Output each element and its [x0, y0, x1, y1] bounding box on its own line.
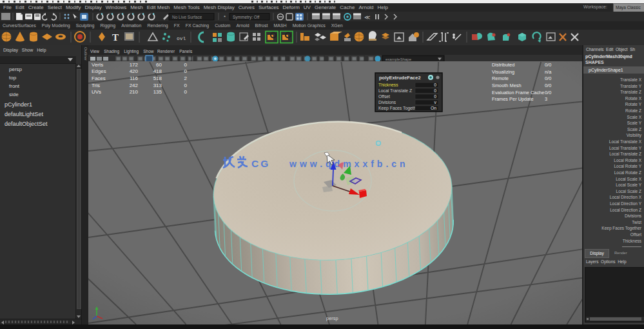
svg-text:Symmetry: Off: Symmetry: Off [233, 15, 260, 20]
svg-text:T: T [112, 32, 119, 43]
svg-text:ovl: ovl [177, 35, 186, 41]
svg-text:No Live Surface: No Live Surface [172, 15, 202, 19]
svg-text:≪: ≪ [364, 14, 370, 21]
svg-text:*: * [224, 14, 226, 20]
svg-text:exampleShape: exampleShape [385, 57, 412, 61]
